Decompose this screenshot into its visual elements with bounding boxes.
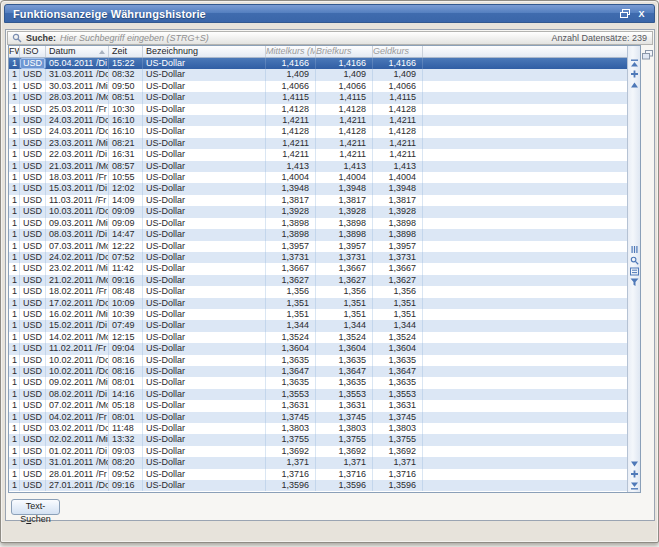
column-header-label: Zeit xyxy=(112,46,127,57)
cell-geldkurs: 1,3898 xyxy=(373,229,423,240)
column-header-zeit[interactable]: Zeit xyxy=(109,46,143,57)
cell-datum: 14.02.2011 /Mo xyxy=(46,332,109,343)
vertical-scrollbar[interactable] xyxy=(627,46,640,492)
table-row[interactable]: 1 USD 16.02.2011 /Mi 10:39 US-Dollar 1,3… xyxy=(9,309,627,320)
table-row[interactable]: 1 USD 14.02.2011 /Mo 12:15 US-Dollar 1,3… xyxy=(9,332,627,343)
cell-zeit: 12:15 xyxy=(109,332,143,343)
table-row[interactable]: 1 USD 27.01.2011 /Do 09:16 US-Dollar 1,3… xyxy=(9,480,627,491)
cell-bezeichnung: US-Dollar xyxy=(143,218,266,229)
cell-bezeichnung: US-Dollar xyxy=(143,161,266,172)
cell-filler xyxy=(423,183,627,194)
cell-bezeichnung: US-Dollar xyxy=(143,58,266,69)
cell-filler xyxy=(423,298,627,309)
restore-window-icon[interactable] xyxy=(617,7,632,20)
table-row[interactable]: 1 USD 07.03.2011 /Mo 12:22 US-Dollar 1,3… xyxy=(9,241,627,252)
cell-briefkurs: 1,3553 xyxy=(316,389,373,400)
table-row[interactable]: 1 USD 10.02.2011 /Do 08:16 US-Dollar 1,3… xyxy=(9,355,627,366)
cell-filler xyxy=(423,115,627,126)
column-header-fw[interactable]: FW xyxy=(9,46,20,57)
table-row[interactable]: 1 USD 11.03.2011 /Fr 14:09 US-Dollar 1,3… xyxy=(9,195,627,206)
cell-datum: 17.02.2011 /Do xyxy=(46,298,109,309)
table-row[interactable]: 1 USD 23.02.2011 /Mi 11:42 US-Dollar 1,3… xyxy=(9,263,627,274)
cell-briefkurs: 1,413 xyxy=(316,161,373,172)
table-row[interactable]: 1 USD 22.03.2011 /Di 16:31 US-Dollar 1,4… xyxy=(9,149,627,160)
scroll-down-icon[interactable] xyxy=(630,459,639,468)
table-row[interactable]: 1 USD 24.03.2011 /Do 16:10 US-Dollar 1,4… xyxy=(9,126,627,137)
cell-iso: USD xyxy=(20,389,46,400)
scroll-last-icon[interactable] xyxy=(630,481,639,490)
text-search-button[interactable]: Text-Suchen xyxy=(11,499,60,515)
cell-geldkurs: 1,413 xyxy=(373,161,423,172)
table-row[interactable]: 1 USD 09.02.2011 /Mi 08:01 US-Dollar 1,3… xyxy=(9,377,627,388)
table-row[interactable]: 1 USD 28.03.2011 /Mo 08:51 US-Dollar 1,4… xyxy=(9,92,627,103)
table-row[interactable]: 1 USD 21.03.2011 /Mo 08:57 US-Dollar 1,4… xyxy=(9,161,627,172)
cell-geldkurs: 1,409 xyxy=(373,69,423,80)
filter-icon[interactable] xyxy=(630,278,639,287)
column-header-label: ISO xyxy=(23,46,39,57)
details-icon[interactable] xyxy=(630,267,639,276)
cell-bezeichnung: US-Dollar xyxy=(143,195,266,206)
cell-briefkurs: 1,4128 xyxy=(316,104,373,115)
cell-geldkurs: 1,3553 xyxy=(373,389,423,400)
table-row[interactable]: 1 USD 18.03.2011 /Fr 10:55 US-Dollar 1,4… xyxy=(9,172,627,183)
table-row[interactable]: 1 USD 30.03.2011 /Mi 09:50 US-Dollar 1,4… xyxy=(9,81,627,92)
search-bar[interactable]: Suche: Hier Suchbegriff eingeben (STRG+S… xyxy=(7,31,653,45)
scroll-page-down-icon[interactable] xyxy=(630,470,639,479)
table-row[interactable]: 1 USD 24.03.2011 /Do 16:10 US-Dollar 1,4… xyxy=(9,115,627,126)
table-row[interactable]: 1 USD 10.02.2011 /Do 08:16 US-Dollar 1,3… xyxy=(9,366,627,377)
search-input[interactable]: Hier Suchbegriff eingeben (STRG+S) xyxy=(60,33,547,43)
scroll-first-icon[interactable] xyxy=(630,59,639,68)
column-header-brief[interactable]: Briefkurs xyxy=(316,46,373,57)
cell-geldkurs: 1,4004 xyxy=(373,172,423,183)
table-row[interactable]: 1 USD 02.02.2011 /Mi 13:32 US-Dollar 1,3… xyxy=(9,434,627,445)
titlebar[interactable]: Funktionsanzeige Währungshistorie X xyxy=(4,4,655,23)
table-row[interactable]: 1 USD 15.02.2011 /Di 07:49 US-Dollar 1,3… xyxy=(9,320,627,331)
cell-geldkurs: 1,3635 xyxy=(373,377,423,388)
cell-bezeichnung: US-Dollar xyxy=(143,355,266,366)
table-row[interactable]: 1 USD 11.02.2011 /Fr 09:04 US-Dollar 1,3… xyxy=(9,343,627,354)
column-header-bez[interactable]: Bezeichnung xyxy=(143,46,266,57)
table-row[interactable]: 1 USD 08.02.2011 /Di 14:16 US-Dollar 1,3… xyxy=(9,389,627,400)
table-row[interactable]: 1 USD 08.03.2011 /Di 14:47 US-Dollar 1,3… xyxy=(9,229,627,240)
table-row[interactable]: 1 USD 15.03.2011 /Di 12:02 US-Dollar 1,3… xyxy=(9,183,627,194)
column-header-geld[interactable]: Geldkurs xyxy=(373,46,423,57)
table-row[interactable]: 1 USD 04.02.2011 /Fr 08:01 US-Dollar 1,3… xyxy=(9,412,627,423)
table-row[interactable]: 1 USD 28.01.2011 /Fr 09:52 US-Dollar 1,3… xyxy=(9,469,627,480)
table-row[interactable]: 1 USD 17.02.2011 /Do 10:09 US-Dollar 1,3… xyxy=(9,298,627,309)
cell-briefkurs: 1,3667 xyxy=(316,263,373,274)
cell-filler xyxy=(423,469,627,480)
table-row[interactable]: 1 USD 24.02.2011 /Do 07:52 US-Dollar 1,3… xyxy=(9,252,627,263)
cell-briefkurs: 1,3627 xyxy=(316,275,373,286)
table-row[interactable]: 1 USD 05.04.2011 /Di 15:22 US-Dollar 1,4… xyxy=(9,58,627,69)
scroll-page-up-icon[interactable] xyxy=(630,70,639,79)
table-row[interactable]: 1 USD 31.03.2011 /Do 08:32 US-Dollar 1,4… xyxy=(9,69,627,80)
table-row[interactable]: 1 USD 03.02.2011 /Do 11:48 US-Dollar 1,3… xyxy=(9,423,627,434)
cell-iso: USD xyxy=(20,377,46,388)
cell-iso: USD xyxy=(20,183,46,194)
cell-mittelkurs: 1,344 xyxy=(266,320,316,331)
cell-datum: 24.03.2011 /Do xyxy=(46,126,109,137)
close-button[interactable]: X xyxy=(634,7,649,20)
table-row[interactable]: 1 USD 31.01.2011 /Mo 08:20 US-Dollar 1,3… xyxy=(9,457,627,468)
table-row[interactable]: 1 USD 21.02.2011 /Mo 09:16 US-Dollar 1,3… xyxy=(9,275,627,286)
cell-zeit: 15:22 xyxy=(109,58,143,69)
table-row[interactable]: 1 USD 25.03.2011 /Fr 10:30 US-Dollar 1,4… xyxy=(9,104,627,115)
cell-briefkurs: 1,4211 xyxy=(316,115,373,126)
table-row[interactable]: 1 USD 09.03.2011 /Mi 09:09 US-Dollar 1,3… xyxy=(9,218,627,229)
scroll-grip-icon[interactable] xyxy=(630,245,639,254)
cell-briefkurs: 1,344 xyxy=(316,320,373,331)
table-row[interactable]: 1 USD 07.02.2011 /Mo 05:18 US-Dollar 1,3… xyxy=(9,400,627,411)
column-chooser-icon[interactable] xyxy=(642,46,653,56)
table-row[interactable]: 1 USD 10.03.2011 /Do 09:09 US-Dollar 1,3… xyxy=(9,206,627,217)
table-row[interactable]: 1 USD 01.02.2011 /Di 09:03 US-Dollar 1,3… xyxy=(9,446,627,457)
column-header-mittel[interactable]: Mittelkurs (MN) xyxy=(266,46,316,57)
column-header-datum[interactable]: Datum xyxy=(46,46,109,57)
cell-datum: 10.03.2011 /Do xyxy=(46,206,109,217)
cell-briefkurs: 1,3957 xyxy=(316,241,373,252)
column-header-iso[interactable]: ISO xyxy=(20,46,46,57)
zoom-icon[interactable] xyxy=(630,256,639,265)
cell-zeit: 08:16 xyxy=(109,366,143,377)
scroll-up-icon[interactable] xyxy=(630,81,639,90)
table-row[interactable]: 1 USD 23.03.2011 /Mi 08:21 US-Dollar 1,4… xyxy=(9,138,627,149)
table-row[interactable]: 1 USD 18.02.2011 /Fr 08:48 US-Dollar 1,3… xyxy=(9,286,627,297)
